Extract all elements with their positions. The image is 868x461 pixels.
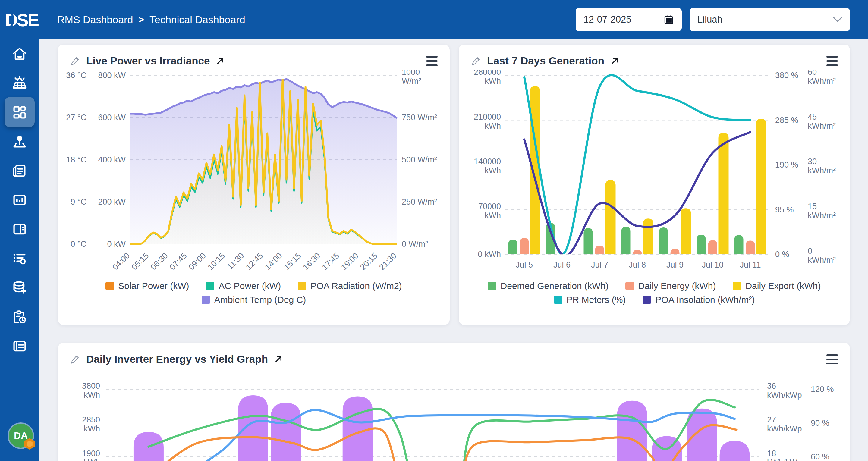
- sidebar-item-solar-plant[interactable]: [0, 68, 39, 98]
- sidebar-item-home[interactable]: [0, 39, 39, 68]
- legend-label: Daily Export (kWh): [745, 281, 821, 291]
- breadcrumb-root[interactable]: RMS Dashboard: [57, 14, 133, 26]
- sidebar-item-analytics[interactable]: [0, 185, 39, 215]
- main-content: Live Power vs Irradiance 36 °C800 kW1000…: [39, 39, 868, 461]
- bar: [756, 119, 767, 254]
- axis-tick: 250 W/m²: [402, 197, 437, 206]
- inverter-bar: [238, 395, 268, 461]
- sidebar-item-notes[interactable]: [0, 332, 39, 361]
- bar: [520, 238, 529, 254]
- playlist-add-icon: [12, 251, 27, 266]
- axis-tick: 0 kWh: [478, 250, 501, 259]
- daily-inverter-chart: 3800kWh36kWh/kWp120 %2850kWh27kWh/kWp90 …: [58, 368, 850, 461]
- x-axis-tick: 07:45: [168, 251, 189, 272]
- site-selector[interactable]: Liluah: [689, 8, 850, 31]
- axis-tick: 36kWh/kWp: [767, 381, 802, 400]
- breadcrumb: RMS Dashboard > Technical Dashboard: [57, 14, 245, 26]
- logo-icon: DSE: [4, 7, 44, 32]
- legend-swatch: [643, 296, 651, 304]
- chart-menu-icon[interactable]: [827, 56, 838, 66]
- notebook-icon: [12, 338, 27, 354]
- legend-label: AC Power (kW): [218, 281, 281, 291]
- axis-tick: 9 °C: [70, 197, 87, 206]
- user-avatar[interactable]: DA: [7, 423, 33, 448]
- bar: [735, 235, 744, 254]
- x-axis-tick: 10:15: [206, 251, 227, 272]
- trend-line: [524, 132, 750, 255]
- legend-label: POA Radiation (W/m2): [310, 281, 402, 291]
- sidebar-item-reports[interactable]: [0, 156, 39, 185]
- x-axis-tick: 06:30: [149, 251, 170, 272]
- x-axis-tick: 16:30: [301, 251, 322, 272]
- x-axis-tick: 04:00: [111, 251, 131, 272]
- app-logo[interactable]: DSE: [0, 7, 48, 32]
- legend-item[interactable]: Solar Power (kW): [105, 281, 189, 291]
- sidebar-item-map[interactable]: [0, 127, 39, 156]
- x-axis-tick: 17:45: [320, 251, 341, 272]
- chart-menu-icon[interactable]: [426, 56, 438, 66]
- bar: [746, 241, 755, 254]
- x-axis-tick: Jul 10: [702, 260, 723, 269]
- edit-pencil-icon[interactable]: [70, 354, 80, 364]
- axis-tick: 210000kWh: [474, 113, 501, 130]
- top-bar: DSE RMS Dashboard > Technical Dashboard …: [0, 0, 868, 39]
- axis-tick: 45kWh/m²: [808, 113, 836, 130]
- legend-swatch: [733, 282, 741, 290]
- axis-tick: 27kWh/kWp: [767, 415, 802, 433]
- bar: [621, 227, 630, 254]
- bar: [595, 246, 604, 254]
- axis-tick: 750 W/m²: [402, 113, 437, 122]
- edit-pencil-icon[interactable]: [70, 56, 80, 66]
- axis-tick: 2850kWh: [82, 415, 100, 433]
- expand-arrow-icon[interactable]: [274, 355, 283, 364]
- legend-item[interactable]: Daily Export (kWh): [733, 281, 821, 291]
- live-power-title: Live Power vs Irradiance: [86, 55, 210, 67]
- calendar-icon: [664, 14, 674, 25]
- sidebar-item-database-add[interactable]: [0, 273, 39, 302]
- axis-tick: 200 kW: [98, 197, 126, 206]
- bar: [718, 133, 729, 254]
- axis-tick: 285 %: [775, 116, 798, 125]
- axis-tick: 95 %: [775, 205, 794, 214]
- chart-menu-icon[interactable]: [827, 354, 838, 364]
- legend-item[interactable]: Ambient Temp (Deg C): [202, 295, 306, 305]
- legend-item[interactable]: PR Meters (%): [554, 295, 626, 305]
- bar: [643, 218, 653, 254]
- axis-tick: 0 %: [775, 250, 789, 259]
- x-axis-tick: Jul 9: [666, 260, 684, 269]
- legend-item[interactable]: POA Insolation (kWh/m²): [643, 295, 755, 305]
- sidebar-item-list-add[interactable]: [0, 244, 39, 273]
- bar: [606, 180, 616, 254]
- expand-arrow-icon[interactable]: [216, 56, 225, 65]
- bar: [633, 250, 642, 254]
- sidebar-item-dashboard[interactable]: [0, 98, 39, 127]
- x-axis-tick: Jul 6: [553, 260, 570, 269]
- axis-tick: 500 W/m²: [402, 155, 437, 164]
- sidebar-item-tasks-clock[interactable]: [0, 302, 39, 332]
- x-axis-tick: 11:30: [225, 251, 246, 272]
- breadcrumb-current: Technical Dashboard: [150, 14, 245, 26]
- axis-tick: 70000kWh: [478, 202, 501, 220]
- last7days-legend: Deemed Generation (kWh)Daily Energy (kWh…: [459, 281, 850, 305]
- axis-tick: 0 °C: [70, 240, 87, 249]
- axis-tick: 0 kW: [107, 240, 126, 249]
- site-value: Liluah: [698, 14, 722, 25]
- date-picker[interactable]: 12-07-2025: [576, 8, 682, 31]
- legend-item[interactable]: AC Power (kW): [206, 281, 281, 291]
- sidebar-item-layout[interactable]: [0, 215, 39, 244]
- home-icon: [12, 46, 27, 62]
- x-axis-tick: Jul 8: [629, 260, 646, 269]
- legend-item[interactable]: POA Radiation (W/m2): [298, 281, 402, 291]
- legend-swatch: [202, 296, 210, 304]
- legend-item[interactable]: Daily Energy (kWh): [625, 281, 716, 291]
- expand-arrow-icon[interactable]: [610, 56, 619, 65]
- report-icon: [12, 163, 27, 179]
- x-axis-tick: 19:00: [339, 251, 360, 272]
- axis-tick: 0 W/m²: [402, 240, 428, 249]
- axis-tick: 400 kW: [98, 155, 126, 164]
- edit-pencil-icon[interactable]: [471, 56, 481, 66]
- database-add-icon: [12, 280, 27, 296]
- axis-tick: 800 kW: [98, 71, 126, 80]
- bar: [708, 240, 717, 254]
- legend-item[interactable]: Deemed Generation (kWh): [488, 281, 609, 291]
